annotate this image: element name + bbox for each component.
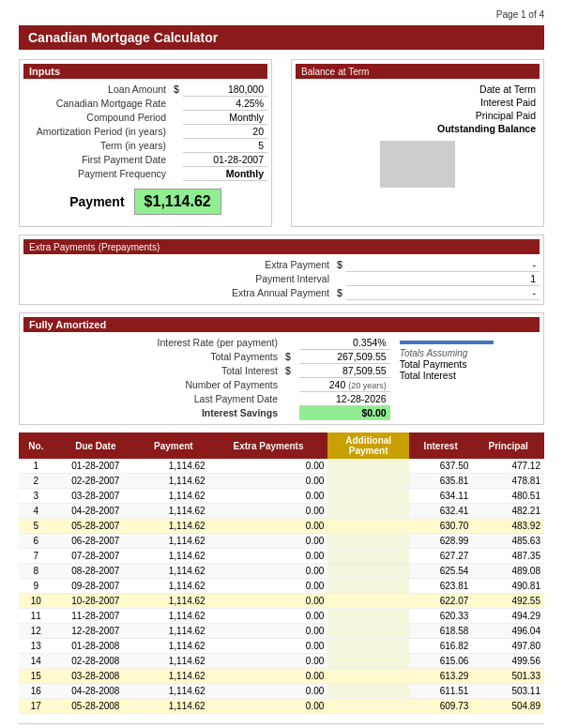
table-row: 14 02-28-2008 1,114.62 0.00 615.06 499.5… [19,654,544,669]
fa-totals-right: Totals Assuming Total Payments Total Int… [390,336,540,406]
balance-outstanding-label: Outstanding Balance [296,122,540,135]
input-row-freq: Payment Frequency Monthly [23,167,267,181]
fa-ti-label: Total Interest [23,364,282,378]
cell-no: 2 [19,474,53,489]
th-additional: AdditionalPayment [327,432,409,459]
cell-payment: 1,114.62 [138,684,209,699]
cell-additional [327,594,409,609]
cell-principal: 497.80 [472,639,544,654]
cell-principal: 485.63 [472,534,544,549]
cell-interest: 625.54 [409,564,472,579]
payment-label: Payment [69,194,124,209]
cell-principal: 487.35 [472,549,544,564]
fa-rate-value: 0.354% [299,336,389,350]
table-row: 12 12-28-2007 1,114.62 0.00 618.58 496.0… [19,624,544,639]
cell-interest: 613.29 [409,669,472,684]
cell-date: 08-28-2007 [53,564,138,579]
th-interest: Interest [409,432,472,459]
payment-row: Payment $1,114.62 [23,189,267,215]
cell-no: 7 [19,549,53,564]
cell-extra: 0.00 [209,504,328,519]
cell-date: 07-28-2007 [53,549,138,564]
table-row: 11 11-28-2007 1,114.62 0.00 620.33 494.2… [19,609,544,624]
fa-is-prefix [282,406,299,420]
cell-date: 03-28-2008 [53,669,138,684]
cell-no: 3 [19,489,53,504]
cell-additional [327,459,409,474]
fa-ti-value: 87,509.55 [299,364,389,378]
cell-payment: 1,114.62 [138,564,209,579]
cell-additional [327,549,409,564]
cell-extra: 0.00 [209,609,328,624]
cell-no: 1 [19,459,53,474]
cell-no: 13 [19,639,53,654]
freq-value: Monthly [183,167,267,181]
table-row: 9 09-28-2007 1,114.62 0.00 623.81 490.81 [19,579,544,594]
rate-prefix [170,97,183,111]
inputs-box: Inputs Loan Amount $ 180,000 Canadian Mo… [19,59,272,227]
extra-interval-value: 1 [346,272,540,286]
term-label: Term (in years) [23,139,170,153]
date-prefix [170,153,183,167]
fully-amortized-section: Fully Amortized Interest Rate (per payme… [19,312,544,425]
cell-date: 06-28-2007 [53,534,138,549]
balance-subheader: at Term [338,67,369,77]
cell-date: 10-28-2007 [53,594,138,609]
cell-interest: 622.07 [409,594,472,609]
table-row: 1 01-28-2007 1,114.62 0.00 637.50 477.12 [19,459,544,474]
th-principal: Principal [472,432,544,459]
extra-annual-label: Extra Annual Payment [23,286,333,300]
balance-table: Date at Term Interest Paid Principal Pai… [296,83,540,135]
inputs-table: Loan Amount $ 180,000 Canadian Mortgage … [23,83,267,181]
cell-principal: 477.12 [472,459,544,474]
cell-no: 15 [19,669,53,684]
page-number: Page 1 of 4 [19,9,544,20]
cell-payment: 1,114.62 [138,504,209,519]
extra-row-interval: Payment Interval 1 [23,272,540,286]
fa-totals-assuming: Totals Assuming [400,348,536,358]
cell-additional [327,684,409,699]
extra-annual-prefix: $ [333,286,346,300]
cell-payment: 1,114.62 [138,669,209,684]
balance-row-date: Date at Term [296,83,540,96]
balance-chart-placeholder [380,141,455,188]
amortization-table: No. Due Date Payment Extra Payments Addi… [19,432,544,714]
cell-extra: 0.00 [209,579,328,594]
cell-interest: 609.73 [409,699,472,714]
table-row: 5 05-28-2007 1,114.62 0.00 630.70 483.92 [19,519,544,534]
cell-no: 11 [19,609,53,624]
cell-extra: 0.00 [209,669,328,684]
cell-principal: 478.81 [472,474,544,489]
th-extra: Extra Payments [209,432,328,459]
fa-row-rate: Interest Rate (per payment) 0.354% Total… [23,336,540,350]
input-row-rate: Canadian Mortgage Rate 4.25% [23,97,267,111]
balance-row-principal: Principal Paid [296,109,540,122]
cell-payment: 1,114.62 [138,654,209,669]
cell-extra: 0.00 [209,684,328,699]
extra-payments-table: Extra Payment $ - Payment Interval 1 Ext… [23,258,540,300]
cell-date: 01-28-2007 [53,459,138,474]
extra-payment-prefix: $ [333,258,346,272]
cell-principal: 490.81 [472,579,544,594]
cell-additional [327,639,409,654]
table-row: 2 02-28-2007 1,114.62 0.00 635.81 478.81 [19,474,544,489]
extra-row-payment: Extra Payment $ - [23,258,540,272]
cell-additional [327,519,409,534]
fa-is-label: Interest Savings [23,406,282,420]
cell-payment: 1,114.62 [138,519,209,534]
fully-amortized-header: Fully Amortized [23,317,540,332]
cell-date: 09-28-2007 [53,579,138,594]
loan-label: Loan Amount [23,83,170,97]
balance-row-outstanding: Outstanding Balance [296,122,540,135]
freq-prefix [170,167,183,181]
cell-additional [327,489,409,504]
compound-value: Monthly [183,111,267,125]
rate-label: Canadian Mortgage Rate [23,97,170,111]
cell-extra: 0.00 [209,699,328,714]
cell-no: 6 [19,534,53,549]
rate-value: 4.25% [183,97,267,111]
fa-ld-prefix [282,392,299,406]
fa-ti-prefix: $ [282,364,299,378]
amort-value: 20 [183,125,267,139]
loan-value: 180,000 [183,83,267,97]
